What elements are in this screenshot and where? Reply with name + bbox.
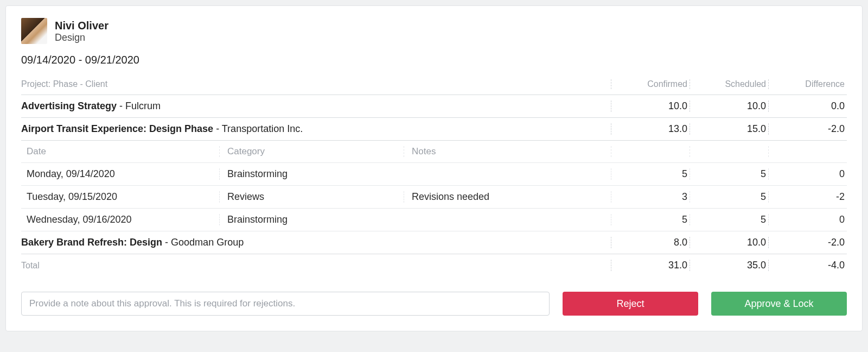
col-difference: Difference	[768, 79, 847, 89]
col-project-header: Project: Phase - Client	[21, 79, 611, 89]
project-label: Bakery Brand Refresh: Design - Goodman G…	[21, 237, 611, 248]
entry-confirmed: 3	[611, 191, 690, 203]
total-label: Total	[21, 261, 611, 271]
user-name: Nivi Oliver	[55, 19, 108, 32]
project-scheduled: 10.0	[690, 237, 768, 248]
project-difference: -2.0	[768, 123, 847, 135]
detail-header-row: DateCategoryNotes	[21, 141, 847, 163]
entry-difference: 0	[768, 168, 847, 180]
approve-lock-button[interactable]: Approve & Lock	[711, 292, 847, 316]
actions-bar: Reject Approve & Lock	[21, 292, 847, 316]
project-row[interactable]: Bakery Brand Refresh: Design - Goodman G…	[21, 231, 847, 254]
project-confirmed: 13.0	[611, 123, 690, 135]
detail-row: Wednesday, 09/16/2020Brainstorming550	[21, 209, 847, 231]
entry-date: Monday, 09/14/2020	[27, 168, 219, 180]
entry-confirmed: 5	[611, 214, 690, 225]
total-difference: -4.0	[768, 260, 847, 271]
project-difference: 0.0	[768, 100, 847, 112]
avatar	[21, 18, 47, 44]
user-header: Nivi Oliver Design	[21, 18, 847, 44]
entry-difference: 0	[768, 214, 847, 225]
entry-difference: -2	[768, 191, 847, 203]
project-scheduled: 10.0	[690, 100, 768, 112]
total-scheduled: 35.0	[690, 260, 768, 271]
project-difference: -2.0	[768, 237, 847, 248]
project-confirmed: 8.0	[611, 237, 690, 248]
timesheet-approval-card: Nivi Oliver Design 09/14/2020 - 09/21/20…	[5, 5, 863, 331]
col-scheduled: Scheduled	[690, 79, 768, 89]
col-confirmed: Confirmed	[611, 79, 690, 89]
entry-category: Reviews	[219, 191, 404, 203]
entry-confirmed: 5	[611, 168, 690, 180]
entry-date: Wednesday, 09/16/2020	[27, 214, 219, 225]
table-header-row: Project: Phase - Client Confirmed Schedu…	[21, 75, 847, 95]
col-category: Category	[219, 146, 404, 157]
project-scheduled: 15.0	[690, 123, 768, 135]
approval-note-input[interactable]	[21, 292, 550, 316]
entry-category: Brainstorming	[219, 214, 404, 225]
entry-scheduled: 5	[690, 191, 768, 203]
date-range: 09/14/2020 - 09/21/2020	[21, 54, 847, 66]
project-label: Airport Transit Experience: Design Phase…	[21, 123, 611, 135]
total-confirmed: 31.0	[611, 260, 690, 271]
detail-row: Monday, 09/14/2020Brainstorming550	[21, 163, 847, 186]
col-notes: Notes	[404, 146, 611, 157]
reject-button[interactable]: Reject	[563, 292, 698, 316]
project-row[interactable]: Advertising Strategy - Fulcrum10.010.00.…	[21, 95, 847, 118]
detail-row: Tuesday, 09/15/2020ReviewsRevisions need…	[21, 186, 847, 209]
project-row[interactable]: Airport Transit Experience: Design Phase…	[21, 118, 847, 141]
timesheet-table: Project: Phase - Client Confirmed Schedu…	[21, 75, 847, 276]
entry-scheduled: 5	[690, 214, 768, 225]
entry-notes: Revisions needed	[404, 191, 611, 203]
entry-scheduled: 5	[690, 168, 768, 180]
project-label: Advertising Strategy - Fulcrum	[21, 100, 611, 112]
project-confirmed: 10.0	[611, 100, 690, 112]
col-date: Date	[27, 146, 219, 157]
entry-date: Tuesday, 09/15/2020	[27, 191, 219, 203]
total-row: Total 31.0 35.0 -4.0	[21, 254, 847, 276]
entry-category: Brainstorming	[219, 168, 404, 180]
user-role: Design	[55, 32, 108, 43]
